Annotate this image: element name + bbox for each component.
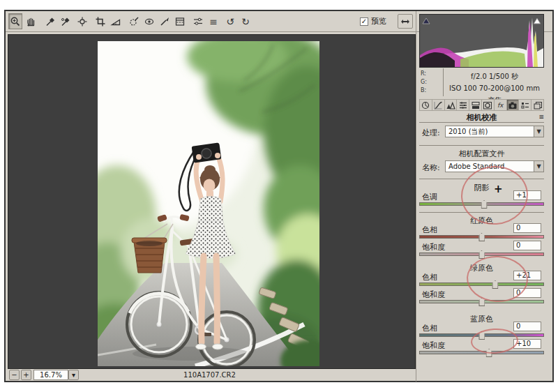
green-hue-label: 色相 <box>422 272 437 282</box>
color-sampler-tool-icon[interactable] <box>59 13 73 29</box>
red-hue-slider-thumb[interactable] <box>478 233 485 241</box>
b-value-label: B: <box>421 86 439 95</box>
status-bar: − + 16.7% ▾ 110A1707.CR2 <box>6 370 416 382</box>
adjustments-panel: R: G: B: f/2.0 1/500 秒 ISO 100 70-200@10… <box>417 11 554 382</box>
process-dropdown-icon[interactable]: ▼ <box>534 126 543 137</box>
red-hue-slider[interactable] <box>419 235 544 239</box>
blue-hue-slider[interactable] <box>419 333 544 337</box>
histogram <box>419 14 544 68</box>
green-hue-slider-thumb[interactable] <box>492 280 498 289</box>
blue-saturation-slider[interactable] <box>419 351 544 354</box>
tab-presets[interactable] <box>519 99 531 111</box>
rotate-right-icon[interactable]: ↻ <box>239 13 252 29</box>
preview-checkbox[interactable]: ✓ <box>360 17 368 26</box>
red-saturation-value[interactable]: 0 <box>513 241 541 250</box>
green-hue-value[interactable]: +21 <box>513 271 541 280</box>
zoom-tool-icon[interactable] <box>8 13 22 29</box>
blue-hue-label: 色相 <box>422 323 437 333</box>
tab-lens-corrections[interactable] <box>482 99 495 111</box>
spot-removal-tool-icon[interactable] <box>127 13 141 29</box>
preferences-icon[interactable] <box>191 13 205 29</box>
tab-camera-calibration[interactable] <box>507 99 520 111</box>
red-hue-value[interactable]: 0 <box>513 223 541 233</box>
camera-raw-window: ≡ ↺ ↻ ✓ 预览 <box>4 10 554 382</box>
blue-hue-slider-thumb[interactable] <box>478 331 485 340</box>
red-saturation-label: 饱和度 <box>422 242 445 252</box>
white-balance-tool-icon[interactable] <box>43 13 57 29</box>
fullscreen-toggle-icon[interactable] <box>398 14 413 29</box>
tab-hsl-grayscale[interactable] <box>457 99 469 111</box>
camera-profile-heading: 相机配置文件 <box>419 149 544 159</box>
targeted-adjustment-tool-icon[interactable] <box>75 13 89 29</box>
shadow-tint-label: 色调 <box>422 192 437 202</box>
panel-divider <box>416 11 416 382</box>
green-saturation-slider[interactable] <box>419 300 544 303</box>
profile-name-select[interactable]: Adobe Standard ▼ <box>445 160 544 172</box>
menu-icon[interactable]: ≡ <box>206 13 220 29</box>
profile-name-label: 名称: <box>422 163 440 173</box>
g-value-label: G: <box>421 78 439 86</box>
preview-label: 预览 <box>371 16 386 27</box>
tab-basic[interactable] <box>419 99 432 111</box>
crop-tool-icon[interactable] <box>93 13 107 29</box>
green-saturation-label: 饱和度 <box>422 289 445 300</box>
hand-tool-icon[interactable] <box>24 13 38 29</box>
graduated-filter-tool-icon[interactable] <box>173 13 187 29</box>
red-saturation-slider-thumb[interactable] <box>478 250 485 259</box>
camera-raw-dialog: ≡ ↺ ↻ ✓ 预览 <box>0 0 558 392</box>
blue-saturation-slider-thumb[interactable] <box>486 349 492 357</box>
red-saturation-slider[interactable] <box>419 252 544 256</box>
blue-saturation-value[interactable]: +10 <box>513 339 541 349</box>
panel-title: 相机校准 ≡ <box>419 112 544 123</box>
tab-effects[interactable]: fx <box>495 99 507 111</box>
red-eye-removal-tool-icon[interactable] <box>142 13 156 29</box>
photo-preview <box>98 41 319 366</box>
shadow-tint-value[interactable]: +1 <box>513 190 541 200</box>
green-hue-slider[interactable] <box>419 282 544 286</box>
r-value-label: R: <box>421 70 439 78</box>
green-saturation-value[interactable]: 0 <box>513 288 541 298</box>
rotate-left-icon[interactable]: ↺ <box>223 13 237 29</box>
process-select[interactable]: 2010 (当前) ▼ <box>445 126 544 137</box>
panel-menu-icon[interactable]: ≡ <box>538 113 544 120</box>
panel-tabs: fx <box>419 99 544 111</box>
tab-detail[interactable] <box>445 99 458 111</box>
green-saturation-slider-thumb[interactable] <box>478 298 485 306</box>
exposure-info: f/2.0 1/500 秒 <box>446 70 543 82</box>
adjustment-brush-tool-icon[interactable] <box>158 13 172 29</box>
blue-hue-value[interactable]: 0 <box>513 322 541 331</box>
shadow-tint-slider-thumb[interactable] <box>481 200 488 209</box>
filename-label: 110A1707.CR2 <box>6 371 414 379</box>
image-canvas[interactable] <box>8 34 416 369</box>
tab-tone-curve[interactable] <box>432 99 445 111</box>
blue-saturation-label: 饱和度 <box>422 340 445 351</box>
red-hue-label: 色相 <box>422 225 437 235</box>
tab-snapshots[interactable] <box>531 99 544 111</box>
tab-split-toning[interactable] <box>469 99 482 111</box>
straighten-tool-icon[interactable] <box>109 13 123 29</box>
preview-toggle[interactable]: ✓ 预览 <box>360 16 386 27</box>
exif-info: R: G: B: f/2.0 1/500 秒 ISO 100 70-200@10… <box>419 68 544 98</box>
shadow-tint-slider[interactable] <box>419 202 544 206</box>
profile-name-dropdown-icon[interactable]: ▼ <box>534 161 543 172</box>
process-label: 处理: <box>422 128 440 138</box>
